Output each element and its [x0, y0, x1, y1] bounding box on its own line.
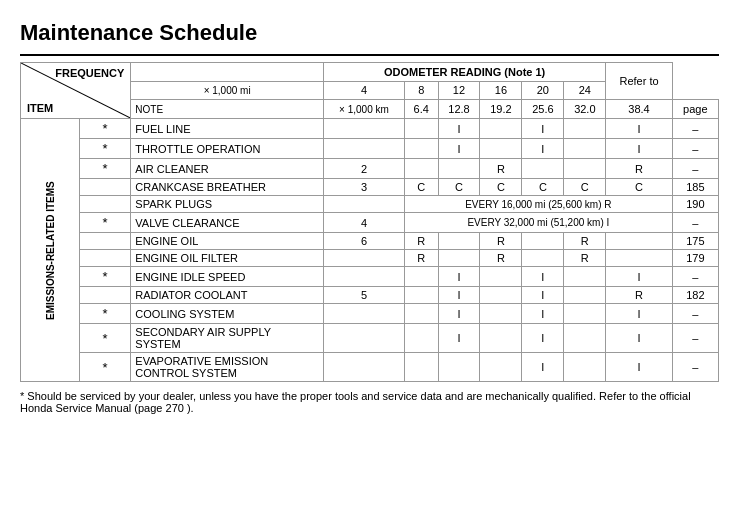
ast-crank — [79, 179, 131, 196]
note-oilfilter — [323, 250, 404, 267]
table-row: * THROTTLE OPERATION I I I – — [21, 139, 719, 159]
maintenance-table: FREQUENCY ITEM ODOMETER READING (Note 1)… — [20, 62, 719, 382]
item-coolant: RADIATOR COOLANT — [131, 287, 324, 304]
item-secondary: SECONDARY AIR SUPPLY SYSTEM — [131, 324, 324, 353]
item-cooling: COOLING SYSTEM — [131, 304, 324, 324]
v4 — [522, 233, 564, 250]
v4: I — [522, 139, 564, 159]
v3: R — [480, 159, 522, 179]
v2 — [438, 233, 480, 250]
v2: I — [438, 304, 480, 324]
km-header: × 1,000 km — [323, 100, 404, 119]
ast-air: * — [79, 159, 131, 179]
ref: – — [672, 304, 718, 324]
v1: R — [404, 233, 438, 250]
v5 — [564, 159, 606, 179]
col-24: 24 — [564, 81, 606, 100]
v4: I — [522, 267, 564, 287]
v4: I — [522, 287, 564, 304]
v3: C — [480, 179, 522, 196]
ast-secondary: * — [79, 324, 131, 353]
v5 — [564, 304, 606, 324]
note-spark — [323, 196, 404, 213]
note-crank: 3 — [323, 179, 404, 196]
note-fuel-line — [323, 119, 404, 139]
v4 — [522, 159, 564, 179]
ast-throttle: * — [79, 139, 131, 159]
v1 — [404, 287, 438, 304]
v6: I — [606, 324, 672, 353]
valve-span: EVERY 32,000 mi (51,200 km) I — [404, 213, 672, 233]
section-label: EMISSIONS-RELATED ITEMS — [21, 119, 80, 382]
col-4: 4 — [323, 81, 404, 100]
note-header — [131, 63, 324, 82]
v5 — [564, 324, 606, 353]
v1 — [404, 139, 438, 159]
note-idle — [323, 267, 404, 287]
ast-cooling: * — [79, 304, 131, 324]
ref: – — [672, 213, 718, 233]
v3 — [480, 287, 522, 304]
v2 — [438, 353, 480, 382]
km-128: 12.8 — [438, 100, 480, 119]
v2: C — [438, 179, 480, 196]
v4: I — [522, 353, 564, 382]
km-192: 19.2 — [480, 100, 522, 119]
note-throttle — [323, 139, 404, 159]
ref: – — [672, 353, 718, 382]
spark-span: EVERY 16,000 mi (25,600 km) R — [404, 196, 672, 213]
km-384: 38.4 — [606, 100, 672, 119]
ref: 182 — [672, 287, 718, 304]
note-secondary — [323, 324, 404, 353]
item-oil: ENGINE OIL — [131, 233, 324, 250]
ref: 175 — [672, 233, 718, 250]
v6: I — [606, 139, 672, 159]
item-fuel-line: FUEL LINE — [131, 119, 324, 139]
v4: C — [522, 179, 564, 196]
ast-fuel-line: * — [79, 119, 131, 139]
note-subheader: NOTE — [131, 100, 324, 119]
v2 — [438, 250, 480, 267]
v1 — [404, 324, 438, 353]
v5 — [564, 353, 606, 382]
v2 — [438, 159, 480, 179]
v2: I — [438, 287, 480, 304]
ast-valve: * — [79, 213, 131, 233]
v5 — [564, 119, 606, 139]
ref: 190 — [672, 196, 718, 213]
table-row: CRANKCASE BREATHER 3 C C C C C C 185 — [21, 179, 719, 196]
v6: I — [606, 353, 672, 382]
col-20: 20 — [522, 81, 564, 100]
ast-idle: * — [79, 267, 131, 287]
refer-header: Refer to — [606, 63, 672, 100]
v6: I — [606, 304, 672, 324]
note-air: 2 — [323, 159, 404, 179]
v2: I — [438, 119, 480, 139]
ast-spark — [79, 196, 131, 213]
v6: I — [606, 267, 672, 287]
v6: R — [606, 159, 672, 179]
table-row: * AIR CLEANER 2 R R – — [21, 159, 719, 179]
v5 — [564, 287, 606, 304]
footnote: * Should be serviced by your dealer, unl… — [20, 390, 719, 414]
table-row: * VALVE CLEARANCE 4 EVERY 32,000 mi (51,… — [21, 213, 719, 233]
frequency-label: FREQUENCY — [55, 67, 124, 79]
note-evap — [323, 353, 404, 382]
v4: I — [522, 119, 564, 139]
km-256: 25.6 — [522, 100, 564, 119]
table-row: * ENGINE IDLE SPEED I I I – — [21, 267, 719, 287]
v1: C — [404, 179, 438, 196]
v5 — [564, 139, 606, 159]
table-row: ENGINE OIL 6 R R R 175 — [21, 233, 719, 250]
v1 — [404, 304, 438, 324]
v1 — [404, 267, 438, 287]
item-evap: EVAPORATIVE EMISSION CONTROL SYSTEM — [131, 353, 324, 382]
v2: I — [438, 139, 480, 159]
v3 — [480, 139, 522, 159]
ast-oilfilter — [79, 250, 131, 267]
table-row: RADIATOR COOLANT 5 I I R 182 — [21, 287, 719, 304]
v1 — [404, 159, 438, 179]
v5 — [564, 267, 606, 287]
v3: R — [480, 250, 522, 267]
divider — [20, 54, 719, 56]
